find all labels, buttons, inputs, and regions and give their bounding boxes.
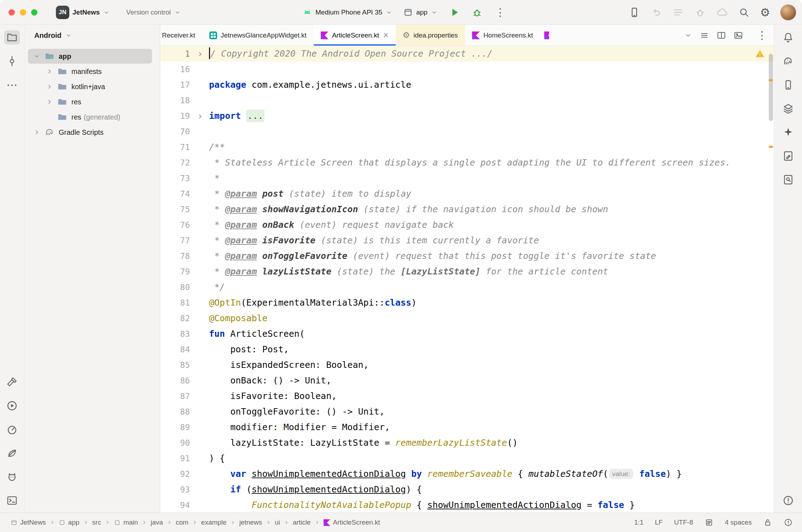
- line-number[interactable]: 83: [160, 326, 191, 342]
- line-number[interactable]: 87: [160, 388, 191, 404]
- app-insights-tool-icon[interactable]: [4, 446, 20, 460]
- breadcrumb-item-java[interactable]: java: [151, 519, 163, 526]
- tree-item-res[interactable]: res: [28, 94, 152, 109]
- line-number[interactable]: 82: [160, 311, 191, 326]
- chevron-right-icon[interactable]: [43, 83, 56, 90]
- chevron-right-icon[interactable]: [31, 129, 43, 136]
- editor-list-view-icon[interactable]: [699, 30, 709, 40]
- code-line-79[interactable]: 79 * @param lazyListState (state) the [L…: [160, 264, 774, 279]
- code-inspect-icon[interactable]: [694, 6, 706, 18]
- edit-file-tool-icon[interactable]: [780, 149, 796, 163]
- code-line-1[interactable]: 1›/ Copyright 2020 The Android Open Sour…: [160, 46, 774, 62]
- tree-item-gradle-scripts[interactable]: Gradle Scripts: [28, 125, 152, 140]
- line-number[interactable]: 18: [160, 93, 191, 108]
- breadcrumb-item-example[interactable]: example: [201, 519, 227, 526]
- fold-arrow-icon[interactable]: ›: [191, 108, 209, 124]
- zoom-window-button[interactable]: [31, 9, 37, 16]
- code-line-93[interactable]: 93 if (showUnimplementedActionDialog) {: [160, 482, 774, 497]
- back-navigation-icon[interactable]: [650, 6, 662, 18]
- line-number[interactable]: 76: [160, 217, 191, 233]
- code-line-74[interactable]: 74 * @param post (state) item to display: [160, 186, 774, 202]
- tab-partial-hidden[interactable]: [540, 25, 549, 46]
- code-line-88[interactable]: 88 onToggleFavorite: () -> Unit,: [160, 404, 774, 420]
- run-configuration-selector[interactable]: app: [403, 7, 438, 17]
- terminal-tool-icon[interactable]: [4, 493, 20, 508]
- tab-list-chevron-icon[interactable]: [684, 31, 692, 40]
- code-line-80[interactable]: 80 */: [160, 279, 774, 295]
- tab-idea-properties[interactable]: ⚙ idea.properties: [396, 25, 465, 46]
- breadcrumb-item-article[interactable]: article: [293, 519, 311, 526]
- line-number[interactable]: 84: [160, 342, 191, 357]
- debug-button[interactable]: [471, 6, 483, 18]
- code-line-75[interactable]: 75 * @param showNavigationIcon (state) i…: [160, 202, 774, 217]
- line-number[interactable]: 74: [160, 186, 191, 202]
- search-everywhere-icon[interactable]: [738, 6, 750, 18]
- problems-tool-icon[interactable]: [780, 493, 796, 508]
- tree-item-manifests[interactable]: manifests: [28, 64, 152, 79]
- line-number[interactable]: 79: [160, 264, 191, 279]
- line-number[interactable]: 93: [160, 482, 191, 497]
- gemini-assistant-icon[interactable]: [780, 125, 796, 139]
- todo-list-icon[interactable]: [672, 6, 684, 18]
- code-line-16[interactable]: 16: [160, 62, 774, 77]
- more-tool-windows-icon[interactable]: ⋯: [4, 78, 20, 92]
- logcat-tool-icon[interactable]: [4, 470, 20, 484]
- run-button[interactable]: [448, 6, 460, 18]
- line-number[interactable]: 92: [160, 466, 191, 482]
- indent-widget[interactable]: 4 spaces: [725, 519, 752, 526]
- breadcrumb-item-main[interactable]: main: [114, 519, 138, 526]
- more-actions-icon[interactable]: ⋮: [494, 7, 507, 18]
- line-number[interactable]: 72: [160, 155, 191, 170]
- breadcrumb-item-jetnews[interactable]: jetnews: [239, 519, 262, 526]
- code-line-89[interactable]: 89 modifier: Modifier = Modifier,: [160, 420, 774, 435]
- code-line-76[interactable]: 76 * @param onBack (event) request navig…: [160, 217, 774, 233]
- line-number[interactable]: 17: [160, 77, 191, 93]
- settings-icon[interactable]: ⚙: [760, 7, 770, 18]
- code-line-83[interactable]: 83fun ArticleScreen(: [160, 326, 774, 342]
- scrollbar-thumb[interactable]: [769, 54, 773, 121]
- tree-item-res-generated[interactable]: res (generated): [28, 110, 152, 125]
- line-number[interactable]: 16: [160, 62, 191, 77]
- tab-article-screen[interactable]: ArticleScreen.kt ×: [314, 25, 396, 46]
- line-number[interactable]: 90: [160, 435, 191, 451]
- notifications-icon[interactable]: [780, 30, 796, 45]
- code-line-94[interactable]: 94 FunctionalityNotAvailablePopup { show…: [160, 497, 774, 513]
- line-separator-widget[interactable]: LF: [655, 519, 663, 526]
- editor[interactable]: 1›/ Copyright 2020 The Android Open Sour…: [160, 46, 774, 513]
- find-in-file-tool-icon[interactable]: [780, 173, 796, 187]
- code-line-70[interactable]: 70: [160, 124, 774, 139]
- caret-position-widget[interactable]: 1:1: [634, 519, 644, 526]
- preview-image-icon[interactable]: [733, 30, 743, 40]
- project-view-selector[interactable]: Android: [24, 25, 160, 46]
- inspections-warning-icon[interactable]: [755, 49, 765, 59]
- line-number[interactable]: 80: [160, 279, 191, 295]
- tree-item-kotlin-java[interactable]: kotlin+java: [28, 79, 152, 94]
- run-tool-icon[interactable]: [4, 399, 20, 413]
- project-tool-icon[interactable]: [4, 30, 20, 45]
- tree-item-app[interactable]: app: [28, 49, 152, 64]
- line-number[interactable]: 94: [160, 497, 191, 513]
- line-number[interactable]: 89: [160, 420, 191, 435]
- code-line-18[interactable]: 18: [160, 93, 774, 108]
- code-line-92[interactable]: 92 var showUnimplementedActionDialog by …: [160, 466, 774, 482]
- vcs-widget[interactable]: Version control: [126, 8, 181, 16]
- fold-arrow-icon[interactable]: ›: [191, 46, 209, 62]
- close-tab-icon[interactable]: ×: [383, 31, 389, 40]
- editor-scrollbar[interactable]: [768, 46, 774, 513]
- code-line-81[interactable]: 81@OptIn(ExperimentalMaterial3Api::class…: [160, 295, 774, 311]
- chevron-right-icon[interactable]: [43, 98, 56, 105]
- user-avatar[interactable]: [780, 4, 796, 21]
- tab-home-screens[interactable]: HomeScreens.kt: [465, 25, 540, 46]
- line-number[interactable]: 1: [160, 46, 191, 62]
- chevron-right-icon[interactable]: [43, 68, 56, 75]
- breadcrumb-item-com[interactable]: com: [176, 519, 188, 526]
- code-line-85[interactable]: 85 isExpandedScreen: Boolean,: [160, 357, 774, 373]
- line-number[interactable]: 88: [160, 404, 191, 420]
- commit-tool-icon[interactable]: [4, 54, 20, 68]
- chevron-down-icon[interactable]: [31, 53, 43, 60]
- line-number[interactable]: 81: [160, 295, 191, 311]
- device-selector[interactable]: Medium Phone API 35: [302, 7, 393, 17]
- code-line-19[interactable]: 19›import ...: [160, 108, 774, 124]
- line-number[interactable]: 19: [160, 108, 191, 124]
- project-widget[interactable]: JN JetNews: [56, 6, 110, 19]
